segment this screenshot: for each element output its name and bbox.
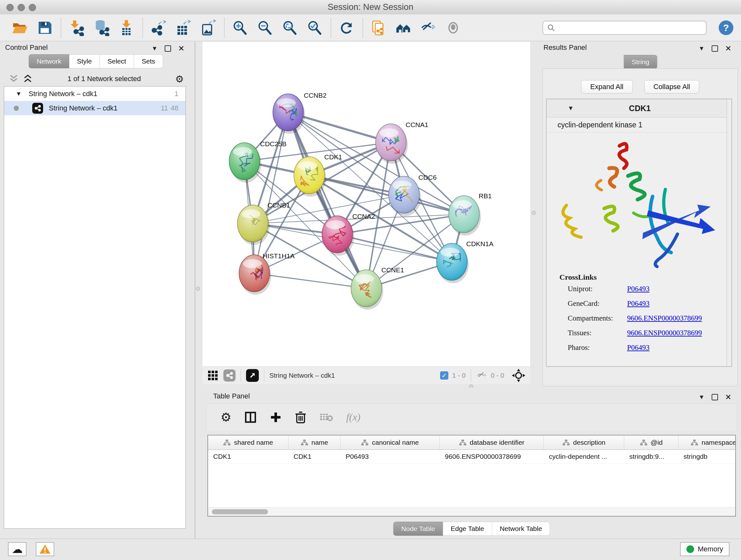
network-view-canvas[interactable]: CCNB2CCNA1CDC25BCDK1CDC6RB1CCNB1CCNA2CDK… — [202, 42, 530, 367]
node-label: RB1 — [479, 192, 492, 199]
table-horizontal-scrollbar[interactable] — [208, 507, 735, 516]
close-panel-icon[interactable]: ✕ — [178, 44, 185, 53]
column-header-namespace[interactable]: namespace — [678, 435, 736, 449]
import-network-database-button[interactable] — [92, 19, 111, 37]
network-collection-row[interactable]: ▼ String Network – cdk1 1 — [4, 86, 185, 101]
node-label: CDC25B — [260, 140, 286, 147]
close-panel-icon[interactable]: ✕ — [725, 44, 731, 53]
fit-crosshair-icon[interactable] — [511, 368, 526, 383]
column-header-@id[interactable]: @id — [624, 435, 678, 449]
tab-network[interactable]: Network — [29, 54, 69, 68]
import-table-file-button[interactable] — [118, 19, 135, 37]
float-panel-icon[interactable] — [712, 45, 718, 52]
show-all-button[interactable] — [444, 19, 462, 37]
save-disk-icon — [37, 19, 53, 36]
close-panel-icon[interactable]: ✕ — [725, 393, 731, 401]
help-button[interactable]: ? — [719, 20, 733, 35]
open-session-button[interactable] — [11, 19, 29, 37]
network-type-badge-icon[interactable] — [223, 369, 235, 381]
zoom-out-button[interactable] — [256, 19, 274, 37]
gene-card-header[interactable]: ▼ CDK1 — [547, 99, 731, 118]
clone-network-button[interactable] — [369, 19, 387, 37]
string-home-button[interactable] — [394, 19, 412, 37]
panel-menu-icon[interactable]: ▼ — [698, 45, 704, 52]
network-row[interactable]: String Network – cdk1 11 48 — [4, 101, 185, 115]
tab-select[interactable]: Select — [100, 54, 134, 68]
birdseye-view-icon[interactable] — [246, 369, 259, 382]
network-node-CCNB2[interactable]: CCNB2 — [273, 91, 327, 134]
function-builder-icon[interactable]: f(x) — [346, 411, 360, 423]
zoom-in-button[interactable] — [231, 19, 249, 37]
network-edge[interactable] — [254, 112, 288, 273]
table-cell: CDK1 — [288, 450, 340, 463]
cloud-button[interactable]: ☁ — [8, 542, 26, 556]
memory-button[interactable]: Memory — [680, 542, 730, 556]
refresh-button[interactable] — [338, 19, 355, 37]
network-graph[interactable]: CCNB2CCNA1CDC25BCDK1CDC6RB1CCNB1CCNA2CDK… — [202, 42, 530, 367]
tab-edge-table[interactable]: Edge Table — [443, 522, 492, 536]
node-label: CDC6 — [418, 174, 436, 181]
network-node-HIST1H1A[interactable]: HIST1H1A — [239, 252, 294, 295]
crosslinks-list: Uniprot:P06493GeneCard:P06493Compartment… — [559, 282, 731, 355]
panel-menu-icon[interactable]: ▼ — [698, 394, 704, 401]
save-session-button[interactable] — [36, 19, 54, 37]
panel-menu-icon[interactable]: ▼ — [151, 45, 158, 52]
delete-column-icon[interactable] — [294, 411, 307, 424]
show-columns-icon[interactable] — [244, 411, 257, 424]
tab-sets[interactable]: Sets — [134, 54, 163, 68]
float-panel-icon[interactable] — [165, 45, 171, 52]
tab-node-table[interactable]: Node Table — [393, 522, 443, 536]
column-header-shared-name[interactable]: shared name — [208, 435, 288, 449]
table-row[interactable]: CDK1CDK1P064939606.ENSP00000378699cyclin… — [208, 450, 735, 463]
network-edge[interactable] — [288, 112, 366, 288]
warnings-button[interactable] — [36, 542, 54, 556]
crosslink-value-link[interactable]: 9606.ENSP00000378699 — [627, 314, 702, 322]
crosslink-value-link[interactable]: P06493 — [627, 285, 650, 293]
table-options-gear-icon[interactable]: ⚙ — [220, 410, 231, 424]
right-splitter-handle[interactable] — [532, 211, 536, 215]
hide-unselected-button[interactable] — [419, 19, 437, 37]
float-panel-icon[interactable] — [712, 394, 718, 400]
maximize-window-button[interactable] — [29, 4, 36, 11]
column-header-name[interactable]: name — [288, 435, 340, 449]
gene-expander-icon[interactable]: ▼ — [568, 105, 574, 112]
crosslink-value-link[interactable]: P06493 — [627, 300, 650, 308]
selected-checkbox-icon[interactable]: ✓ — [440, 371, 448, 380]
left-splitter-handle[interactable] — [196, 287, 200, 291]
scrollbar-thumb[interactable] — [212, 509, 268, 514]
expand-all-button[interactable]: Expand All — [581, 80, 633, 94]
column-header-canonical-name[interactable]: canonical name — [340, 435, 440, 449]
network-node-RB1[interactable]: RB1 — [449, 192, 492, 236]
tab-style[interactable]: Style — [69, 54, 100, 68]
crosslink-value-link[interactable]: P06493 — [627, 344, 650, 352]
expand-all-networks-icon[interactable] — [22, 74, 33, 84]
zoom-selected-button[interactable] — [306, 19, 324, 37]
zoom-fit-button[interactable] — [281, 19, 299, 37]
crosslink-value-link[interactable]: 9606.ENSP00000378699 — [627, 329, 702, 337]
export-network-button[interactable] — [149, 19, 167, 37]
close-window-button[interactable] — [6, 4, 14, 11]
minimize-window-button[interactable] — [17, 4, 25, 11]
collection-expander-icon[interactable]: ▼ — [16, 90, 22, 98]
import-network-file-button[interactable] — [68, 19, 85, 37]
export-image-button[interactable] — [199, 19, 217, 37]
search-input[interactable] — [542, 21, 706, 35]
tab-string[interactable]: String — [624, 55, 657, 69]
grid-view-icon[interactable] — [207, 370, 218, 381]
column-header-description[interactable]: description — [544, 435, 624, 449]
eye-slash-icon — [420, 19, 436, 36]
network-node-CCNA1[interactable]: CCNA1 — [376, 121, 428, 164]
network-node-CDC6[interactable]: CDC6 — [389, 174, 436, 216]
network-node-CDKN1A[interactable]: CDKN1A — [436, 240, 493, 283]
tab-network-table[interactable]: Network Table — [492, 522, 550, 536]
add-column-icon[interactable] — [270, 411, 282, 423]
collapse-all-button[interactable]: Collapse All — [644, 80, 699, 94]
column-header-database-identifier[interactable]: database identifier — [440, 435, 544, 449]
delete-table-icon[interactable] — [320, 412, 333, 423]
collapse-all-networks-icon[interactable] — [8, 74, 19, 84]
results-scrollbar[interactable] — [727, 99, 731, 366]
export-table-button[interactable] — [174, 19, 192, 37]
crosslink-label: Pharos: — [568, 344, 627, 352]
network-node-CCNE1[interactable]: CCNE1 — [351, 266, 404, 310]
network-options-gear-icon[interactable]: ⚙ — [175, 73, 184, 84]
